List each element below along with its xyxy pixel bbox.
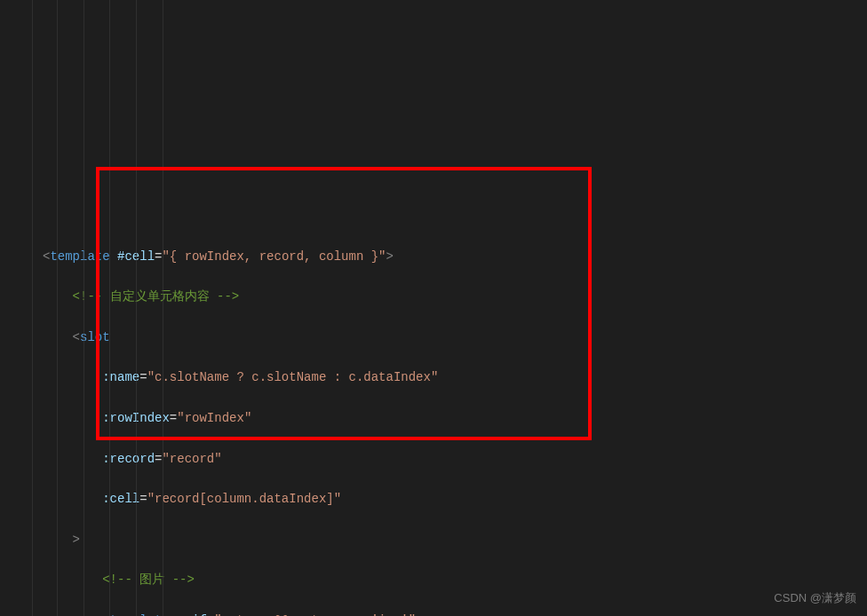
- code-line: <template v-if="c.type && c.type == 'img…: [43, 611, 867, 616]
- code-line: <template #cell="{ rowIndex, record, col…: [43, 247, 867, 267]
- code-line: <!-- 自定义单元格内容 -->: [43, 287, 867, 307]
- code-editor[interactable]: <template #cell="{ rowIndex, record, col…: [0, 226, 867, 616]
- code-line: >: [43, 530, 867, 550]
- code-line: :record="record": [43, 449, 867, 470]
- code-line: :name="c.slotName ? c.slotName : c.dataI…: [43, 367, 867, 388]
- code-line: <!-- 图片 -->: [43, 570, 867, 590]
- watermark: CSDN @潇梦颜: [774, 588, 856, 609]
- code-line: :rowIndex="rowIndex": [43, 408, 867, 429]
- code-line: <slot: [43, 328, 867, 348]
- code-line: :cell="record[column.dataIndex]": [43, 489, 867, 509]
